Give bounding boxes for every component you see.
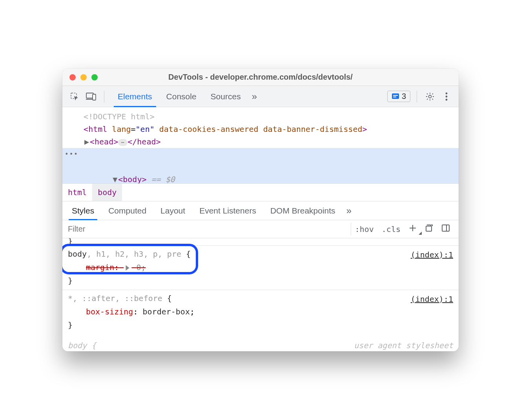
device-toolbar-icon[interactable] (84, 90, 98, 103)
subtab-event-listeners[interactable]: Event Listeners (194, 201, 262, 220)
svg-point-8 (446, 92, 448, 94)
devtools-window: DevTools - developer.chrome.com/docs/dev… (62, 69, 459, 351)
dom-body-selected[interactable]: ••• ▼<body> == $0 (62, 148, 459, 183)
svg-rect-15 (442, 225, 449, 231)
window-title: DevTools - developer.chrome.com/docs/dev… (62, 73, 459, 82)
styles-copy-icon[interactable] (421, 224, 437, 234)
inspect-element-icon[interactable] (68, 90, 81, 103)
traffic-lights (62, 74, 98, 80)
settings-gear-icon[interactable] (423, 90, 437, 103)
rule-selector[interactable]: body, h1, h2, h3, p, pre { (68, 247, 453, 261)
svg-rect-6 (393, 97, 396, 97)
rule-selector[interactable]: *, ::after, ::before { (68, 292, 453, 305)
svg-rect-4 (392, 93, 399, 99)
subtab-layout[interactable]: Layout (155, 201, 191, 220)
svg-rect-3 (93, 94, 96, 100)
rule-fragment-brace: } (68, 238, 453, 244)
styles-filter-input[interactable] (67, 224, 351, 234)
css-declaration-margin[interactable]: margin: 0; (68, 261, 453, 274)
value-swatch-icon[interactable] (126, 265, 129, 271)
style-rule[interactable]: (index):1 *, ::after, ::before { box-siz… (62, 290, 459, 334)
dom-head[interactable]: ▶<head>⋯</head> (62, 135, 459, 148)
close-window-button[interactable] (69, 74, 76, 80)
style-rule[interactable]: (index):1 body, h1, h2, h3, p, pre { mar… (62, 245, 459, 290)
tab-elements[interactable]: Elements (111, 86, 159, 107)
dom-tree[interactable]: <!DOCTYPE html> <html lang="en" data-coo… (62, 107, 459, 183)
breadcrumb-html[interactable]: html (62, 184, 92, 201)
main-toolbar: Elements Console Sources » 3 (62, 86, 459, 107)
dom-doctype[interactable]: <!DOCTYPE html> (62, 110, 459, 123)
more-subtabs-button[interactable]: » (344, 201, 354, 220)
panel-tabs: Elements Console Sources » (111, 86, 261, 107)
rule-source-link[interactable]: (index):1 (411, 248, 453, 261)
new-style-rule-button[interactable] (404, 224, 421, 234)
issues-count: 3 (402, 92, 406, 101)
toolbar-separator (104, 91, 104, 102)
user-agent-rule-peek: body { user agent stylesheet (68, 339, 453, 351)
titlebar: DevTools - developer.chrome.com/docs/dev… (62, 69, 459, 86)
minimize-window-button[interactable] (80, 74, 87, 80)
tab-sources[interactable]: Sources (204, 86, 248, 107)
subtab-styles[interactable]: Styles (66, 201, 100, 220)
issues-icon (392, 93, 399, 100)
styles-pane[interactable]: } (index):1 body, h1, h2, h3, p, pre { m… (62, 238, 459, 351)
subtab-dom-breakpoints[interactable]: DOM Breakpoints (265, 201, 341, 220)
expand-ellipsis-icon[interactable]: ⋯ (118, 139, 128, 146)
kebab-menu-icon[interactable] (440, 90, 453, 103)
toggle-computed-sidebar-icon[interactable] (437, 224, 454, 234)
svg-rect-5 (393, 95, 398, 96)
breadcrumb: html body (62, 183, 459, 201)
svg-point-7 (429, 95, 432, 98)
svg-point-10 (446, 99, 448, 100)
zoom-window-button[interactable] (91, 74, 98, 80)
css-declaration-box-sizing[interactable]: box-sizing: border-box; (68, 305, 453, 318)
hov-toggle-button[interactable]: :hov (351, 225, 378, 234)
cls-toggle-button[interactable]: .cls (378, 225, 404, 234)
svg-marker-13 (419, 232, 422, 235)
tab-console[interactable]: Console (159, 86, 204, 107)
issues-badge[interactable]: 3 (387, 91, 410, 102)
breadcrumb-body[interactable]: body (92, 184, 122, 201)
styles-toolbar: :hov .cls (62, 220, 459, 238)
svg-point-9 (446, 95, 448, 97)
toolbar-separator (417, 91, 417, 102)
svg-rect-14 (426, 226, 432, 231)
more-tabs-button[interactable]: » (248, 86, 261, 107)
dom-html-open[interactable]: <html lang="en" data-cookies-answered da… (62, 123, 459, 135)
styles-subtabs: Styles Computed Layout Event Listeners D… (62, 201, 459, 220)
gutter-menu-icon[interactable]: ••• (65, 148, 74, 161)
subtab-computed[interactable]: Computed (103, 201, 152, 220)
rule-source-link[interactable]: (index):1 (411, 292, 453, 306)
